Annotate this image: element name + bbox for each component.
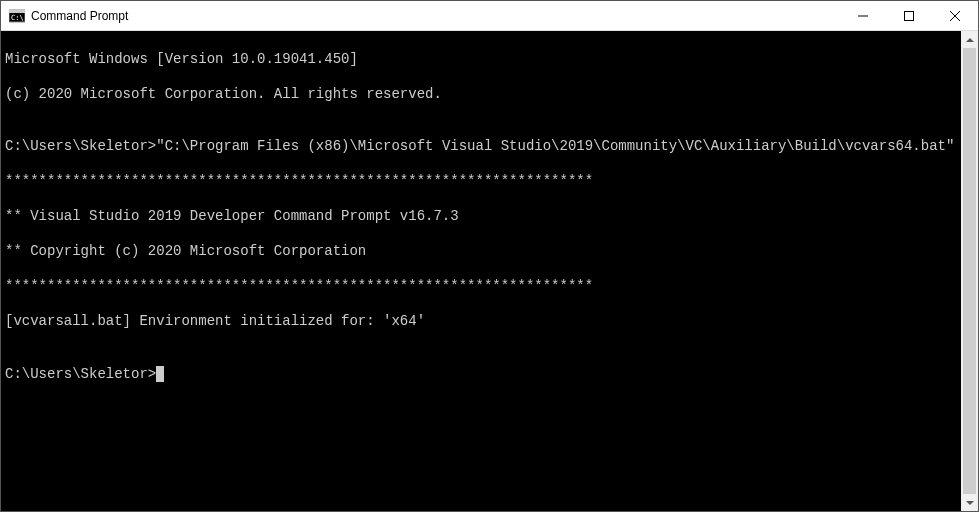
titlebar[interactable]: C:\ Command Prompt: [1, 1, 978, 31]
svg-rect-1: [9, 10, 25, 13]
svg-marker-8: [966, 501, 974, 505]
chevron-up-icon: [966, 38, 974, 42]
output-line: [vcvarsall.bat] Environment initialized …: [5, 313, 957, 331]
window-title: Command Prompt: [31, 9, 840, 23]
prompt-command: "C:\Program Files (x86)\Microsoft Visual…: [156, 138, 954, 154]
maximize-icon: [904, 11, 914, 21]
vertical-scrollbar[interactable]: [961, 31, 978, 511]
minimize-icon: [858, 11, 868, 21]
scroll-thumb[interactable]: [963, 48, 976, 494]
command-prompt-window: C:\ Command Prompt Mic: [0, 0, 979, 512]
cursor: [156, 366, 164, 382]
svg-marker-7: [966, 38, 974, 42]
output-line: Microsoft Windows [Version 10.0.19041.45…: [5, 51, 957, 69]
prompt-path: C:\Users\Skeletor>: [5, 138, 156, 154]
terminal-content[interactable]: Microsoft Windows [Version 10.0.19041.45…: [1, 31, 961, 511]
maximize-button[interactable]: [886, 1, 932, 30]
scroll-down-button[interactable]: [961, 494, 978, 511]
output-line: ** Visual Studio 2019 Developer Command …: [5, 208, 957, 226]
minimize-button[interactable]: [840, 1, 886, 30]
terminal-wrapper: Microsoft Windows [Version 10.0.19041.45…: [1, 31, 978, 511]
close-icon: [950, 11, 960, 21]
scroll-up-button[interactable]: [961, 31, 978, 48]
output-line: ****************************************…: [5, 278, 957, 296]
output-line: ****************************************…: [5, 173, 957, 191]
output-line: ** Copyright (c) 2020 Microsoft Corporat…: [5, 243, 957, 261]
app-icon: C:\: [9, 8, 25, 24]
close-button[interactable]: [932, 1, 978, 30]
svg-rect-4: [905, 11, 914, 20]
window-controls: [840, 1, 978, 30]
output-line: (c) 2020 Microsoft Corporation. All righ…: [5, 86, 957, 104]
scroll-track[interactable]: [961, 48, 978, 494]
prompt-path: C:\Users\Skeletor>: [5, 366, 156, 382]
prompt-line: C:\Users\Skeletor>: [5, 366, 957, 384]
svg-text:C:\: C:\: [11, 14, 24, 22]
chevron-down-icon: [966, 501, 974, 505]
prompt-line: C:\Users\Skeletor>"C:\Program Files (x86…: [5, 138, 957, 156]
